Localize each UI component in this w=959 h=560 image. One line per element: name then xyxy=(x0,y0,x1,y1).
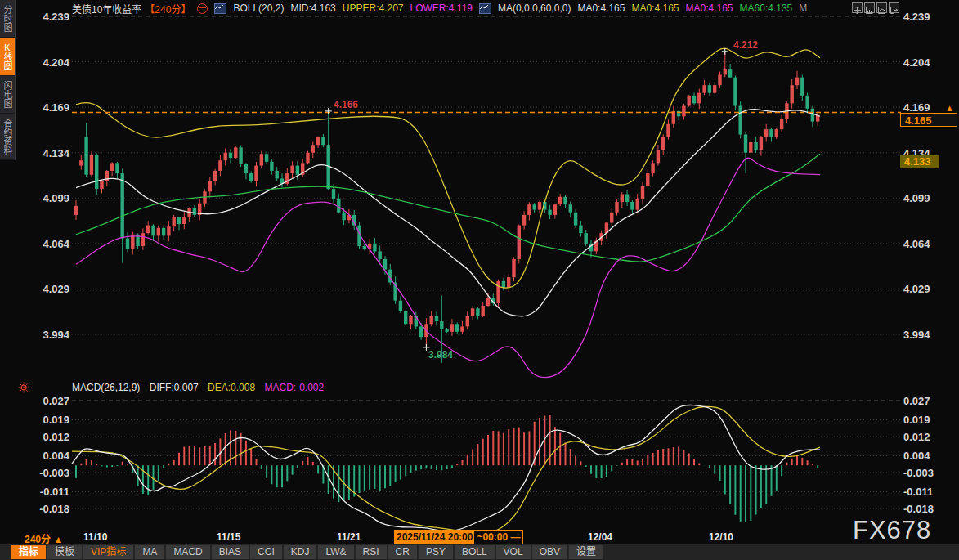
period-label[interactable]: 240分 ▲ xyxy=(25,531,63,545)
toolbar-button-OBV[interactable]: OBV xyxy=(532,545,567,559)
minus-circle-icon[interactable] xyxy=(197,3,208,14)
chart-header: 美债10年收益率 【240分】 BOLL(20,2) MID:4.163 UPP… xyxy=(72,2,813,15)
candle-body xyxy=(265,154,268,162)
candle-body xyxy=(646,173,649,186)
boll-mid-value: MID:4.163 xyxy=(290,2,335,14)
toolbar-tab-2[interactable]: VIP指标 xyxy=(83,545,133,559)
toolbar-button-BIAS[interactable]: BIAS xyxy=(212,545,249,559)
candle-body xyxy=(666,124,670,137)
candle-body xyxy=(692,96,696,104)
candle-body xyxy=(754,142,757,150)
candle-body xyxy=(739,106,742,135)
right-axis-label: 4.029 xyxy=(903,284,930,294)
toolbar-button-LW&[interactable]: LW& xyxy=(318,545,353,559)
boll-upper-value: UPPER:4.207 xyxy=(343,2,404,14)
candle-body xyxy=(290,166,294,174)
annotation-cross-icon xyxy=(325,108,332,114)
macd-params: MACD(26,12,9) xyxy=(72,382,140,393)
candle-body xyxy=(708,85,711,93)
toolbar-button-RSI[interactable]: RSI xyxy=(356,545,387,559)
indicator-settings-icon[interactable] xyxy=(18,382,29,393)
toolbar-tab-1[interactable]: 模板 xyxy=(47,545,82,559)
exit-icon[interactable] xyxy=(889,2,899,13)
right-axis-label: 0.004 xyxy=(903,450,930,461)
candle-body xyxy=(471,308,474,316)
left-axis-label: 0.019 xyxy=(20,414,69,425)
sidebar-item-0[interactable]: 分时图 xyxy=(0,0,15,38)
candle-body xyxy=(399,301,402,311)
boll-label: BOLL(20,2) xyxy=(233,2,284,14)
price-annotation: 4.166 xyxy=(334,99,358,110)
candle-body xyxy=(445,329,448,332)
candle-body xyxy=(744,134,747,152)
time-label: 12/10 xyxy=(709,531,733,543)
candle-body xyxy=(276,171,279,179)
toolbar-button-设置[interactable]: 设置 xyxy=(569,545,603,559)
candle-body xyxy=(636,199,639,210)
candle-body xyxy=(306,153,309,164)
left-axis-label: 4.064 xyxy=(20,239,69,249)
toolbar-button-MA[interactable]: MA xyxy=(135,545,164,559)
left-axis-label: 4.169 xyxy=(20,102,69,113)
last-price-box: 4.165 xyxy=(900,113,957,127)
candle-body xyxy=(522,215,526,226)
price-panel xyxy=(74,48,820,378)
macd-dea-line xyxy=(72,406,820,532)
macd-diff-value: DIFF:0.007 xyxy=(150,382,199,393)
candle-body xyxy=(764,129,768,137)
candle-body xyxy=(74,206,78,215)
left-axis-label: -0.011 xyxy=(20,486,69,497)
candle-body xyxy=(697,93,701,104)
left-axis-label: -0.003 xyxy=(20,468,69,478)
toolbar-button-CR[interactable]: CR xyxy=(388,545,417,559)
candle-body xyxy=(579,226,582,234)
candle-body xyxy=(311,145,315,153)
candle-body xyxy=(121,173,124,238)
sidebar-item-3[interactable]: 合约资料 xyxy=(0,114,15,160)
window-controls xyxy=(852,2,901,13)
toolbar-button-BOLL[interactable]: BOLL xyxy=(455,545,495,559)
candle-body xyxy=(249,173,253,181)
right-axis-label: -0.011 xyxy=(903,486,933,497)
candle-body xyxy=(791,85,794,103)
candle-body xyxy=(795,78,799,86)
left-axis-label: -0.018 xyxy=(20,504,69,514)
candle-body xyxy=(419,326,423,337)
toolbar-tab-0[interactable]: 指标 xyxy=(11,545,46,559)
left-axis-label: 4.099 xyxy=(20,193,69,204)
toolbar-button-PSY[interactable]: PSY xyxy=(419,545,453,559)
candle-body xyxy=(749,142,752,153)
candle-body xyxy=(775,129,778,137)
toolbar-button-VOL[interactable]: VOL xyxy=(496,545,531,559)
price-annotation: 3.984 xyxy=(428,349,453,361)
right-axis-label: 4.099 xyxy=(903,193,930,204)
candle-body xyxy=(533,204,536,209)
toolbar-button-CCI[interactable]: CCI xyxy=(250,545,282,559)
candle-body xyxy=(79,160,83,165)
toolbar-button-KDJ[interactable]: KDJ xyxy=(284,545,317,559)
main-chart-canvas[interactable] xyxy=(0,0,959,560)
candle-body xyxy=(450,324,454,332)
chart-panel-icon[interactable] xyxy=(864,2,875,13)
candle-body xyxy=(476,308,479,316)
boll-lower-line xyxy=(76,158,820,377)
move-icon[interactable] xyxy=(852,2,863,13)
right-axis-label: 0.012 xyxy=(903,432,930,442)
candle-body xyxy=(630,202,634,210)
candle-body xyxy=(702,85,706,93)
ma-indicator-icon[interactable] xyxy=(479,3,491,14)
chart-arrow-icon[interactable] xyxy=(876,2,887,13)
sidebar-item-2[interactable]: 闪电图 xyxy=(0,76,15,114)
candle-body xyxy=(569,204,572,213)
candle-body xyxy=(657,150,660,164)
candle-body xyxy=(321,137,325,146)
candle-body xyxy=(95,155,98,189)
sidebar-item-1[interactable]: K线图 xyxy=(0,38,15,76)
candle-body xyxy=(435,316,438,321)
candle-body xyxy=(213,171,217,181)
boll-indicator-icon[interactable] xyxy=(214,3,226,14)
candle-body xyxy=(146,226,150,234)
candle-body xyxy=(641,186,644,199)
toolbar-button-MACD[interactable]: MACD xyxy=(166,545,209,559)
candle-body xyxy=(512,259,515,277)
